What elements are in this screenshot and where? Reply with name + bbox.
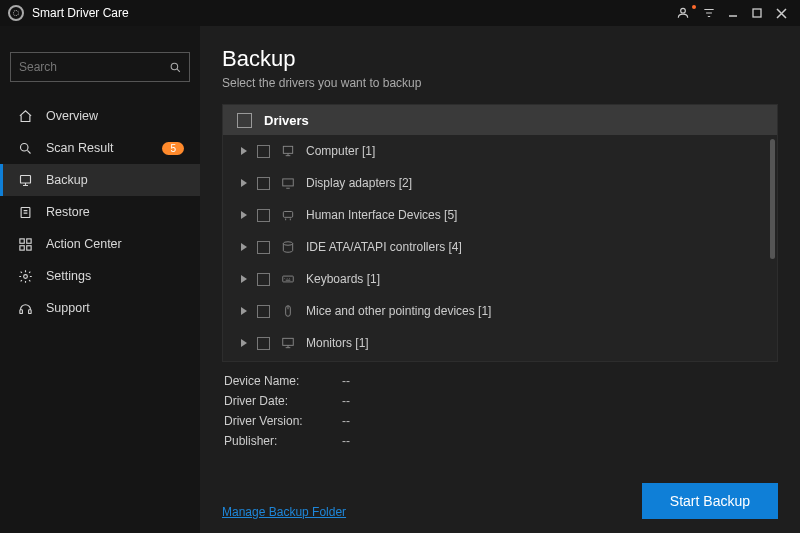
select-all-checkbox[interactable] xyxy=(237,113,252,128)
scrollbar[interactable] xyxy=(770,139,775,357)
app-title: Smart Driver Care xyxy=(32,6,129,20)
publisher-label: Publisher: xyxy=(224,434,334,448)
expand-icon[interactable] xyxy=(241,307,247,315)
sidebar-item-label: Backup xyxy=(46,173,88,187)
gear-icon xyxy=(16,267,34,285)
expand-icon[interactable] xyxy=(241,147,247,155)
svg-rect-7 xyxy=(26,238,30,242)
account-icon[interactable] xyxy=(674,2,696,24)
keyboard-icon xyxy=(280,272,296,286)
drivers-panel: Drivers Computer [1] Display adapters [2… xyxy=(222,104,778,362)
sidebar: Overview Scan Result 5 Backup Restore xyxy=(0,26,200,533)
svg-rect-17 xyxy=(283,276,294,282)
action-center-icon xyxy=(16,235,34,253)
sidebar-item-backup[interactable]: Backup xyxy=(0,164,200,196)
row-label: Keyboards [1] xyxy=(306,272,767,286)
driver-category-row[interactable]: Network adapters [3] xyxy=(223,359,777,361)
search-box[interactable] xyxy=(10,52,190,82)
notification-dot-icon xyxy=(692,5,696,9)
expand-icon[interactable] xyxy=(241,339,247,347)
minimize-button[interactable] xyxy=(722,2,744,24)
monitor-icon xyxy=(280,336,296,350)
sidebar-item-settings[interactable]: Settings xyxy=(0,260,200,292)
close-button[interactable] xyxy=(770,2,792,24)
menu-icon[interactable] xyxy=(698,2,720,24)
page-subtitle: Select the drivers you want to backup xyxy=(222,76,778,90)
drivers-list: Computer [1] Display adapters [2] Human … xyxy=(223,135,777,361)
backup-icon xyxy=(16,171,34,189)
row-label: Monitors [1] xyxy=(306,336,767,350)
svg-point-16 xyxy=(283,242,292,246)
svg-rect-8 xyxy=(19,245,23,249)
scrollbar-thumb[interactable] xyxy=(770,139,775,259)
sidebar-item-restore[interactable]: Restore xyxy=(0,196,200,228)
sidebar-item-label: Scan Result xyxy=(46,141,113,155)
svg-point-0 xyxy=(681,8,686,13)
svg-rect-6 xyxy=(19,238,23,242)
row-checkbox[interactable] xyxy=(257,209,270,222)
driver-category-row[interactable]: Display adapters [2] xyxy=(223,167,777,199)
expand-icon[interactable] xyxy=(241,243,247,251)
page-title: Backup xyxy=(222,46,778,72)
driver-version-label: Driver Version: xyxy=(224,414,334,428)
sidebar-item-label: Settings xyxy=(46,269,91,283)
expand-icon[interactable] xyxy=(241,275,247,283)
support-icon xyxy=(16,299,34,317)
svg-rect-15 xyxy=(283,212,292,218)
driver-category-row[interactable]: IDE ATA/ATAPI controllers [4] xyxy=(223,231,777,263)
row-checkbox[interactable] xyxy=(257,273,270,286)
hid-icon xyxy=(280,208,296,222)
drivers-header[interactable]: Drivers xyxy=(223,105,777,135)
svg-rect-19 xyxy=(283,338,294,345)
row-checkbox[interactable] xyxy=(257,241,270,254)
row-checkbox[interactable] xyxy=(257,145,270,158)
sidebar-item-label: Support xyxy=(46,301,90,315)
driver-category-row[interactable]: Keyboards [1] xyxy=(223,263,777,295)
sidebar-item-action-center[interactable]: Action Center xyxy=(0,228,200,260)
display-icon xyxy=(280,176,296,190)
titlebar: Smart Driver Care xyxy=(0,0,800,26)
expand-icon[interactable] xyxy=(241,211,247,219)
mouse-icon xyxy=(280,304,296,318)
footer: Manage Backup Folder Start Backup xyxy=(222,469,778,519)
driver-category-row[interactable]: Monitors [1] xyxy=(223,327,777,359)
driver-category-row[interactable]: Human Interface Devices [5] xyxy=(223,199,777,231)
driver-category-row[interactable]: Computer [1] xyxy=(223,135,777,167)
expand-icon[interactable] xyxy=(241,179,247,187)
app-window: Smart Driver Care xyxy=(0,0,800,533)
sidebar-item-label: Overview xyxy=(46,109,98,123)
svg-rect-9 xyxy=(26,245,30,249)
row-label: Human Interface Devices [5] xyxy=(306,208,767,222)
svg-rect-14 xyxy=(283,179,294,186)
svg-point-3 xyxy=(20,143,28,151)
svg-point-10 xyxy=(23,274,27,278)
main-content: Backup Select the drivers you want to ba… xyxy=(200,26,800,533)
app-logo-icon xyxy=(8,5,24,21)
row-label: Computer [1] xyxy=(306,144,767,158)
sidebar-item-overview[interactable]: Overview xyxy=(0,100,200,132)
driver-category-row[interactable]: Mice and other pointing devices [1] xyxy=(223,295,777,327)
svg-rect-1 xyxy=(753,9,761,17)
row-checkbox[interactable] xyxy=(257,337,270,350)
maximize-button[interactable] xyxy=(746,2,768,24)
svg-rect-13 xyxy=(283,146,292,153)
svg-rect-4 xyxy=(20,175,30,183)
row-checkbox[interactable] xyxy=(257,177,270,190)
sidebar-item-label: Restore xyxy=(46,205,90,219)
svg-rect-5 xyxy=(21,207,30,217)
device-name-value: -- xyxy=(342,374,350,388)
driver-date-value: -- xyxy=(342,394,350,408)
driver-details: Device Name:-- Driver Date:-- Driver Ver… xyxy=(222,374,778,448)
start-backup-button[interactable]: Start Backup xyxy=(642,483,778,519)
sidebar-item-scan-result[interactable]: Scan Result 5 xyxy=(0,132,200,164)
storage-icon xyxy=(280,240,296,254)
home-icon xyxy=(16,107,34,125)
manage-backup-folder-link[interactable]: Manage Backup Folder xyxy=(222,505,346,519)
scan-icon xyxy=(16,139,34,157)
sidebar-item-support[interactable]: Support xyxy=(0,292,200,324)
search-input[interactable] xyxy=(19,60,169,74)
restore-icon xyxy=(16,203,34,221)
svg-point-2 xyxy=(171,63,178,69)
row-label: Mice and other pointing devices [1] xyxy=(306,304,767,318)
row-checkbox[interactable] xyxy=(257,305,270,318)
